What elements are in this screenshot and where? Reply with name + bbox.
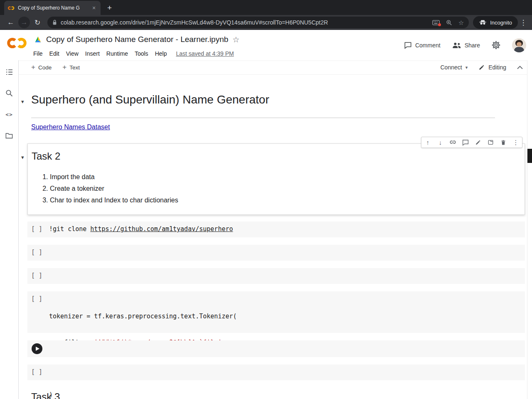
scrollbar[interactable] bbox=[527, 60, 532, 399]
search-icon[interactable] bbox=[4, 88, 14, 98]
menu-insert[interactable]: Insert bbox=[82, 49, 103, 58]
connect-label: Connect bbox=[441, 64, 462, 71]
back-button[interactable]: ← bbox=[5, 17, 17, 28]
move-cell-down-button[interactable]: ↓ bbox=[435, 137, 446, 148]
code-editor[interactable] bbox=[42, 340, 525, 357]
code-cell: [ ] bbox=[27, 268, 525, 284]
add-text-label: Text bbox=[69, 64, 80, 71]
run-cell-button[interactable] bbox=[32, 343, 42, 354]
collapse-section-icon[interactable]: ▾ bbox=[21, 155, 24, 160]
code-editor[interactable]: !git clone https://github.com/am1tyadav/… bbox=[49, 222, 525, 237]
plus-icon: + bbox=[62, 64, 66, 71]
menu-bar: File Edit View Insert Runtime Tools Help… bbox=[30, 49, 234, 58]
browser-tab-strip: Copy of Superhero Name G × + bbox=[0, 0, 532, 15]
screen: Copy of Superhero Name G × + ← → ↻ colab… bbox=[0, 0, 532, 399]
browser-navbar: ← → ↻ colab.research.google.com/drive/1m… bbox=[0, 15, 532, 30]
address-bar[interactable]: colab.research.google.com/drive/1mjEjNrv… bbox=[47, 17, 469, 28]
forward-button[interactable]: → bbox=[18, 17, 30, 28]
cell-run-area[interactable]: [ ] bbox=[27, 365, 49, 380]
cell-toolbar: ↑ ↓ bbox=[421, 137, 522, 148]
menu-help[interactable]: Help bbox=[152, 49, 170, 58]
add-code-button[interactable]: + Code bbox=[31, 64, 52, 71]
reload-button[interactable]: ↻ bbox=[32, 17, 43, 28]
avatar[interactable] bbox=[512, 38, 526, 52]
url-text: colab.research.google.com/drive/1mjEjNrv… bbox=[61, 19, 429, 26]
menu-runtime[interactable]: Runtime bbox=[103, 49, 131, 58]
add-code-label: Code bbox=[38, 64, 52, 71]
tab-close-icon[interactable]: × bbox=[91, 5, 97, 11]
add-text-button[interactable]: + Text bbox=[62, 64, 80, 71]
notebook-content: ▾ Superhero (and Supervillain) Name Gene… bbox=[19, 75, 527, 399]
keyboard-icon[interactable] bbox=[432, 20, 440, 25]
add-comment-icon[interactable] bbox=[460, 137, 471, 148]
editing-mode-button[interactable]: Editing bbox=[478, 64, 506, 71]
browser-menu-icon[interactable]: ⋮ bbox=[518, 18, 529, 27]
code-url-link[interactable]: https://github.com/am1tyadav/superhero bbox=[90, 225, 233, 233]
lock-icon bbox=[52, 20, 57, 25]
menu-tools[interactable]: Tools bbox=[131, 49, 152, 58]
notebook-toolbar: + Code + Text Connect ▾ Editing bbox=[19, 60, 532, 75]
toolbar-right: Connect ▾ Editing bbox=[441, 64, 523, 71]
omnibox-actions: ☆ bbox=[432, 20, 464, 26]
code-cell: [ ] !git clone https://github.com/am1tya… bbox=[27, 222, 525, 237]
colab-header: Copy of Superhero Name Generator - Learn… bbox=[0, 30, 532, 60]
more-options-icon[interactable]: ⋮ bbox=[510, 137, 521, 148]
menu-file[interactable]: File bbox=[30, 49, 46, 58]
delete-cell-icon[interactable] bbox=[498, 137, 509, 148]
code-editor[interactable] bbox=[49, 268, 525, 284]
people-icon bbox=[452, 42, 461, 48]
collapse-section-icon[interactable]: ▾ bbox=[21, 99, 24, 104]
table-of-contents-icon[interactable] bbox=[4, 67, 14, 77]
editing-label: Editing bbox=[488, 64, 506, 71]
divider bbox=[31, 118, 495, 118]
header-actions: Comment Share bbox=[404, 30, 526, 60]
colab-favicon-icon bbox=[7, 6, 15, 10]
connect-button[interactable]: Connect ▾ bbox=[441, 64, 468, 71]
task3-heading: Task 3 bbox=[31, 391, 60, 399]
link-to-cell-icon[interactable] bbox=[448, 137, 458, 148]
comment-icon bbox=[404, 42, 412, 49]
incognito-badge: Incognito bbox=[473, 16, 518, 29]
browser-tab[interactable]: Copy of Superhero Name G × bbox=[4, 1, 101, 15]
code-cell bbox=[27, 340, 525, 357]
notebook-title[interactable]: Copy of Superhero Name Generator - Learn… bbox=[46, 35, 228, 44]
cell-run-area[interactable]: [ ] bbox=[27, 245, 49, 261]
scrollbar-thumb[interactable] bbox=[527, 149, 532, 163]
code-snippets-icon[interactable]: <> bbox=[4, 109, 14, 119]
edit-cell-icon[interactable] bbox=[473, 137, 483, 148]
zoom-icon[interactable] bbox=[446, 20, 452, 26]
collapse-toolbar-icon[interactable] bbox=[517, 66, 523, 69]
code-editor[interactable] bbox=[49, 365, 525, 380]
dataset-link[interactable]: Superhero Names Dataset bbox=[31, 123, 110, 131]
star-notebook-icon[interactable]: ☆ bbox=[232, 36, 239, 44]
bookmark-star-icon[interactable]: ☆ bbox=[458, 20, 464, 26]
pencil-icon bbox=[478, 64, 485, 71]
code-editor[interactable]: tokenizer = tf.keras.preprocessing.text.… bbox=[49, 291, 525, 333]
text-cell-task2[interactable]: Task 2 Import the data Create a tokenize… bbox=[27, 143, 525, 215]
incognito-icon bbox=[479, 20, 487, 25]
move-cell-up-button[interactable]: ↑ bbox=[422, 137, 433, 148]
notebook-main-heading: Superhero (and Supervillain) Name Genera… bbox=[31, 93, 269, 106]
cell-run-area[interactable]: [ ] bbox=[27, 291, 49, 333]
files-folder-icon[interactable] bbox=[4, 131, 14, 140]
task2-list: Import the data Create a tokenizer Char … bbox=[42, 171, 525, 206]
plus-icon: + bbox=[31, 64, 35, 71]
menu-edit[interactable]: Edit bbox=[46, 49, 63, 58]
menu-view[interactable]: View bbox=[63, 49, 82, 58]
play-icon bbox=[36, 347, 39, 351]
left-sidebar: <> bbox=[0, 60, 19, 399]
colab-logo[interactable] bbox=[6, 37, 27, 49]
open-in-tab-icon[interactable] bbox=[485, 137, 496, 148]
cell-run-area[interactable]: [ ] bbox=[27, 268, 49, 284]
list-item: Import the data bbox=[50, 171, 525, 183]
new-tab-button[interactable]: + bbox=[107, 4, 112, 12]
list-item: Char to index and Index to char dictiona… bbox=[50, 195, 525, 206]
settings-gear-icon[interactable] bbox=[492, 41, 500, 49]
comment-button[interactable]: Comment bbox=[404, 42, 441, 49]
drive-icon bbox=[34, 36, 42, 43]
code-editor[interactable] bbox=[49, 245, 525, 261]
last-saved-link[interactable]: Last saved at 4:39 PM bbox=[176, 50, 234, 57]
cell-run-area[interactable]: [ ] bbox=[27, 222, 49, 237]
share-button[interactable]: Share bbox=[452, 42, 480, 49]
tab-title: Copy of Superhero Name G bbox=[18, 5, 87, 11]
